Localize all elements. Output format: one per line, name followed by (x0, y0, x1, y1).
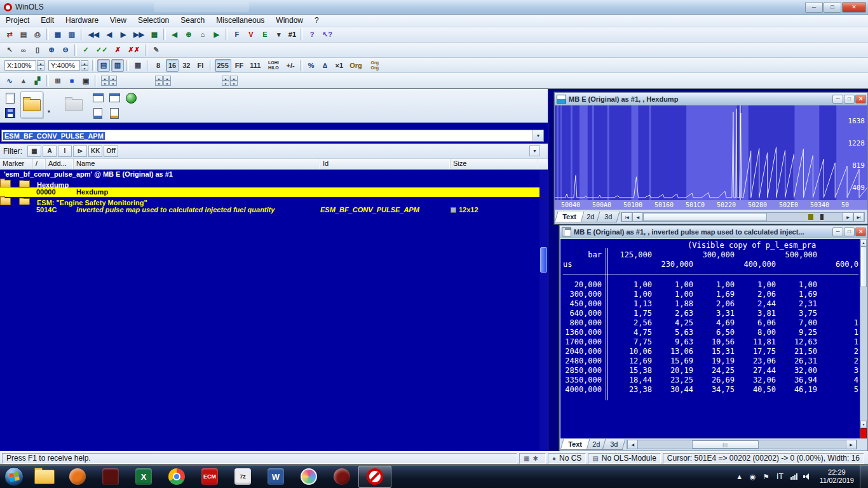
column-header-add[interactable]: Add... (46, 159, 74, 169)
hexdump-window-titlebar[interactable]: MB E (Original) as #1, , Hexdump ─ □ ✕ (555, 93, 867, 105)
selection-color-icon[interactable]: ■ (65, 74, 78, 87)
column-header-name[interactable]: Name (74, 159, 320, 169)
column-header-size[interactable]: Size (451, 159, 538, 169)
checker-icon[interactable]: ▦ (132, 59, 144, 72)
zoom-out-icon[interactable]: ⊖ (59, 44, 72, 57)
y-scale-spinner-down-button[interactable]: ▼ (81, 65, 88, 71)
y-scale-spinner-up-button[interactable]: ▲ (81, 60, 88, 65)
hexdump-tab-3d[interactable]: 3d (597, 212, 620, 222)
minimize-button[interactable]: ─ (805, 2, 823, 13)
list-scrollbar[interactable] (539, 170, 548, 451)
app-titlebar[interactable]: WinOLS ─ □ ✕ (0, 0, 868, 15)
view-binary-button[interactable]: 111 (247, 59, 263, 72)
view-hex-button[interactable]: FF (233, 59, 246, 72)
map-tab-3d[interactable]: 3d (602, 439, 626, 450)
map-table[interactable]: (Visible copy of p_l_esm_pra bar125,0003… (560, 239, 860, 438)
original-compare-button[interactable]: Org Org (366, 59, 384, 72)
map-tab-text[interactable]: Text (560, 439, 590, 450)
map-2d-icon[interactable]: ∿ (3, 74, 16, 87)
checksum-f-icon[interactable]: F (231, 28, 243, 41)
signed-values-button[interactable]: +/- (283, 59, 297, 72)
help-icon[interactable]: ? (306, 28, 318, 41)
maximize-button[interactable]: □ (824, 2, 841, 13)
menu-item-project[interactable]: Project (0, 15, 35, 26)
home-icon[interactable]: ⌂ (196, 28, 209, 41)
rows-spinner-up-button[interactable]: ▲ (163, 76, 171, 81)
maximize-button[interactable]: □ (844, 95, 855, 104)
map-scrollbar[interactable]: ◀|||▶ (627, 440, 857, 449)
column-header-marker[interactable]: Marker (0, 159, 33, 169)
accept-change-icon[interactable]: ✓ (79, 44, 92, 57)
columns-spinner-up-button[interactable]: ▲ (101, 76, 109, 81)
list-scrollbar-thumb[interactable] (540, 247, 547, 273)
taskbar-word-button[interactable]: W (259, 465, 292, 488)
x-scale-spinner-up-button[interactable]: ▲ (37, 60, 44, 65)
menu-item-edit[interactable]: Edit (35, 15, 60, 26)
last-version-icon[interactable]: ▶▶ (131, 28, 147, 41)
insert-map-icon[interactable]: ⊞ (51, 74, 64, 87)
map-name-combobox[interactable]: ESM_BF_CONV_PULSE_APM ▼ (1, 130, 544, 142)
maximize-button[interactable]: □ (844, 227, 855, 236)
action-center-flag-icon[interactable]: ⚑ (762, 473, 770, 481)
filter-kk-button[interactable]: KK (88, 146, 102, 157)
send-mail-button[interactable] (107, 106, 122, 120)
y-scale-spinner-value[interactable]: Y:400% (48, 60, 80, 71)
minimize-button[interactable]: ─ (832, 227, 843, 236)
filter-keyboard-button[interactable]: ▦ (27, 146, 41, 157)
project-icon[interactable]: ▤ (17, 28, 30, 41)
scroll-down-button[interactable]: ▼ (860, 421, 867, 428)
binoculars-icon[interactable]: ∞ (17, 44, 30, 57)
hexdump-scrollbar-left-button-0[interactable]: |◀ (621, 213, 632, 221)
offset-spinner-up-button[interactable]: ▲ (230, 76, 238, 81)
taskbar-explorer-button[interactable] (28, 465, 61, 488)
rows-spinner-down-button[interactable]: ▼ (155, 81, 163, 86)
next-difference-icon[interactable]: ▶ (210, 28, 223, 41)
taskbar-app-dark-button[interactable] (94, 465, 127, 488)
difference-view-button[interactable]: ∆ (319, 59, 332, 72)
print-icon[interactable]: ⎙ (31, 28, 44, 41)
factor-view-button[interactable]: ×1 (333, 59, 346, 72)
menu-item-selection[interactable]: Selection (132, 15, 175, 26)
map-scrollbar-track[interactable]: ||| (638, 440, 846, 449)
new-document-button[interactable] (3, 91, 18, 105)
checksum-v-icon[interactable]: V (245, 28, 257, 41)
tray-app-icon[interactable]: ◉ (749, 473, 757, 481)
start-button[interactable] (0, 465, 28, 488)
map-list[interactable]: 'esm_bf_conv_pulse_apm' @ MB E (Original… (0, 170, 548, 451)
list-row-1[interactable]: Hexdump (0, 180, 11, 187)
edit-icon[interactable]: ✎ (150, 44, 163, 57)
rows-spinner-up-button[interactable]: ▲ (155, 76, 163, 81)
hexdump-scrollbar-thumb[interactable] (643, 213, 766, 221)
width-16-button[interactable]: 16 (166, 59, 179, 72)
online-button[interactable] (123, 91, 139, 105)
menu-item-search[interactable]: Search (175, 15, 210, 26)
context-help-icon[interactable]: ↖? (320, 28, 335, 41)
map-scrollbar-thumb[interactable]: ||| (692, 440, 759, 449)
zoom-in-icon[interactable]: ⊕ (45, 44, 58, 57)
reject-all-icon[interactable]: ✗✗ (125, 44, 142, 57)
reject-change-icon[interactable]: ✗ (111, 44, 124, 57)
column-header-slash[interactable]: / (33, 159, 46, 169)
export-file-button[interactable] (90, 106, 105, 120)
columns-spinner-down-button[interactable]: ▼ (101, 81, 109, 86)
menu-item-miscellaneous[interactable]: Miscellaneous (210, 15, 270, 26)
percent-view-button[interactable]: % (305, 59, 318, 72)
filter-dropdown-button[interactable]: ▼ (529, 146, 540, 156)
rows-spinner-down-button[interactable]: ▼ (163, 81, 171, 86)
version-dropdown-icon[interactable]: ▾ (273, 28, 285, 41)
map-scrollbar-left-button-0[interactable]: ◀ (627, 440, 638, 449)
search-window-button[interactable] (107, 91, 122, 105)
taskbar-media-player-button[interactable] (61, 465, 94, 488)
taskbar-clock[interactable]: 22:29 11/02/2019 (820, 468, 854, 485)
taskbar-browser-button[interactable] (325, 465, 358, 488)
minimize-button[interactable]: ─ (832, 95, 843, 104)
menu-item-hardware[interactable]: Hardware (60, 15, 104, 26)
map-3d-icon[interactable]: ▲ (17, 74, 30, 87)
hexdump-scrollbar-track[interactable] (643, 213, 843, 221)
offset-spinner-down-button[interactable]: ▼ (222, 81, 229, 86)
taskbar-chrome-button[interactable] (160, 465, 193, 488)
offset-spinner-down-button[interactable]: ▼ (230, 81, 238, 86)
map-window-titlebar[interactable]: MB E (Original) as #1, , inverted pulse … (560, 226, 867, 238)
import-project-button[interactable] (62, 92, 85, 118)
search-page-icon[interactable]: ▯ (31, 44, 44, 57)
